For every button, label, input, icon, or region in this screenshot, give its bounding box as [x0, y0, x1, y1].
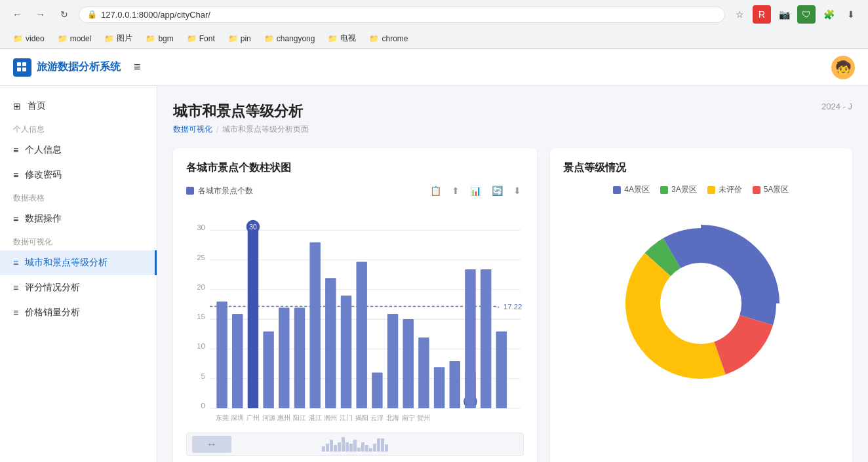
- svg-rect-26: [263, 332, 273, 408]
- svg-rect-28: [294, 308, 305, 408]
- legend-dot-4a: [613, 186, 621, 194]
- avatar[interactable]: 🧒: [831, 56, 855, 79]
- breadcrumb: 数据可视化 / 城市和景点等级分析页面: [173, 124, 309, 135]
- mini-bar: [369, 448, 372, 452]
- bookmark-changyong[interactable]: 📁 changyong: [259, 33, 321, 45]
- ext-camera-button[interactable]: 📷: [775, 5, 793, 24]
- bookmark-images[interactable]: 📁 图片: [99, 31, 138, 45]
- svg-text:湛江: 湛江: [309, 414, 322, 421]
- svg-rect-0: [17, 62, 21, 66]
- app-header: 旅游数据分析系统 ≡ 🧒: [0, 49, 868, 86]
- folder-icon: 📁: [13, 34, 23, 43]
- bookmark-star-button[interactable]: ☆: [730, 5, 749, 24]
- bookmark-tv[interactable]: 📁 电视: [323, 31, 361, 45]
- ext-red-button[interactable]: R: [753, 5, 771, 24]
- data-icon: ≡: [13, 214, 18, 224]
- scrollbar-thumb[interactable]: ↔: [192, 436, 231, 453]
- url-text: 127.0.0.1:8000/app/cityChar/: [101, 10, 210, 20]
- reload-button[interactable]: ↻: [55, 5, 73, 24]
- chart-table-btn[interactable]: 📋: [427, 184, 444, 197]
- svg-rect-30: [325, 278, 336, 408]
- profile-icon: ≡: [13, 145, 18, 155]
- sidebar-section-data: 数据表格: [0, 187, 157, 206]
- legend-4a: 4A景区: [613, 184, 650, 195]
- sidebar-item-label: 城市和景点等级分析: [25, 257, 108, 269]
- download-button[interactable]: ⬇: [842, 5, 860, 24]
- chart-legend: 各城市景点个数: [186, 185, 253, 197]
- svg-text:东莞: 东莞: [216, 414, 229, 421]
- mini-bar: [342, 437, 345, 452]
- sidebar-item-change-password[interactable]: ≡ 修改密码: [0, 163, 157, 187]
- mini-bar: [373, 444, 376, 452]
- mini-bar: [353, 440, 357, 452]
- sidebar-item-city-analysis[interactable]: ≡ 城市和景点等级分析: [0, 250, 157, 275]
- app-logo: 旅游数据分析系统: [13, 58, 121, 77]
- folder-icon: 📁: [146, 34, 155, 43]
- svg-rect-32: [356, 262, 366, 408]
- ext-shield-button[interactable]: 🛡: [797, 5, 816, 24]
- chart-bar-btn[interactable]: 📊: [467, 184, 484, 197]
- svg-text:→: →: [493, 303, 500, 311]
- folder-icon: 📁: [369, 34, 379, 43]
- chart-refresh-btn[interactable]: 🔄: [489, 184, 505, 197]
- bookmark-font[interactable]: 📁 Font: [182, 33, 220, 45]
- svg-rect-43: [481, 269, 491, 408]
- svg-rect-1: [22, 62, 26, 66]
- legend-label-5a: 5A景区: [764, 184, 789, 195]
- svg-rect-38: [450, 361, 460, 408]
- svg-text:5: 5: [201, 372, 205, 380]
- main-layout: ⊞ 首页 个人信息 ≡ 个人信息 ≡ 修改密码 数据表格 ≡ 数据操作 数据可视…: [0, 86, 868, 462]
- password-icon: ≡: [13, 170, 18, 180]
- chart-toolbar: 各城市景点个数 📋 ⬆ 📊 🔄 ⬇: [186, 184, 524, 197]
- chart-icon: ≡: [13, 258, 18, 268]
- chart-save-btn[interactable]: ⬇: [511, 184, 524, 197]
- mini-bar: [322, 446, 325, 452]
- svg-rect-3: [22, 67, 26, 71]
- svg-rect-44: [496, 332, 507, 408]
- sidebar-item-rating-analysis[interactable]: ≡ 评分情况分析: [0, 275, 157, 300]
- legend-label-3a: 3A景区: [671, 184, 697, 195]
- sidebar-item-price-analysis[interactable]: ≡ 价格销量分析: [0, 300, 157, 325]
- mini-bar: [361, 442, 365, 452]
- svg-rect-34: [387, 314, 398, 408]
- svg-text:广州: 广州: [247, 414, 260, 421]
- ext-puzzle-button[interactable]: 🧩: [819, 5, 838, 24]
- svg-text:河源: 河源: [262, 414, 275, 421]
- sidebar-item-data-ops[interactable]: ≡ 数据操作: [0, 206, 157, 231]
- sidebar: ⊞ 首页 个人信息 ≡ 个人信息 ≡ 修改密码 数据表格 ≡ 数据操作 数据可视…: [0, 86, 157, 462]
- sidebar-item-label: 评分情况分析: [25, 282, 80, 294]
- back-button[interactable]: ←: [8, 5, 26, 24]
- svg-text:30: 30: [249, 223, 257, 231]
- svg-rect-23: [248, 230, 258, 408]
- legend-dot-3a: [660, 186, 668, 194]
- browser-toolbar: ← → ↻ 🔒 127.0.0.1:8000/app/cityChar/ ☆ R…: [0, 0, 868, 29]
- bar-chart-card: 各城市景点个数柱状图 各城市景点个数 📋 ⬆ 📊 🔄 ⬇: [173, 148, 537, 462]
- sidebar-item-profile[interactable]: ≡ 个人信息: [0, 138, 157, 163]
- chart-scrollbar[interactable]: ↔: [186, 433, 524, 456]
- bookmark-pin[interactable]: 📁 pin: [223, 33, 256, 45]
- bookmark-model[interactable]: 📁 model: [52, 33, 97, 45]
- bookmark-video[interactable]: 📁 video: [8, 33, 50, 45]
- svg-text:25: 25: [197, 254, 205, 261]
- chart-download-btn[interactable]: ⬆: [449, 184, 462, 197]
- folder-icon: 📁: [58, 34, 68, 43]
- forward-button[interactable]: →: [31, 5, 50, 24]
- lock-icon: 🔒: [87, 10, 97, 19]
- sidebar-item-label: 数据操作: [25, 213, 62, 225]
- bar-chart-svg: 0 5 10 15 20 25 30: [186, 202, 524, 425]
- svg-rect-33: [372, 372, 382, 408]
- address-bar[interactable]: 🔒 127.0.0.1:8000/app/cityChar/: [79, 7, 725, 23]
- svg-text:云浮: 云浮: [370, 414, 384, 421]
- sidebar-item-label: 个人信息: [25, 144, 62, 156]
- sidebar-item-home[interactable]: ⊞ 首页: [0, 94, 157, 119]
- svg-rect-31: [341, 296, 351, 408]
- svg-text:惠州: 惠州: [277, 414, 290, 421]
- svg-text:江门: 江门: [340, 414, 353, 421]
- menu-toggle-button[interactable]: ≡: [134, 60, 141, 74]
- bookmark-chrome[interactable]: 📁 chrome: [364, 33, 413, 45]
- svg-text:阳江: 阳江: [293, 414, 306, 421]
- svg-rect-37: [434, 367, 444, 408]
- bookmark-bgm[interactable]: 📁 bgm: [140, 33, 178, 45]
- mini-bar: [349, 444, 353, 452]
- breadcrumb-parent[interactable]: 数据可视化: [173, 124, 212, 135]
